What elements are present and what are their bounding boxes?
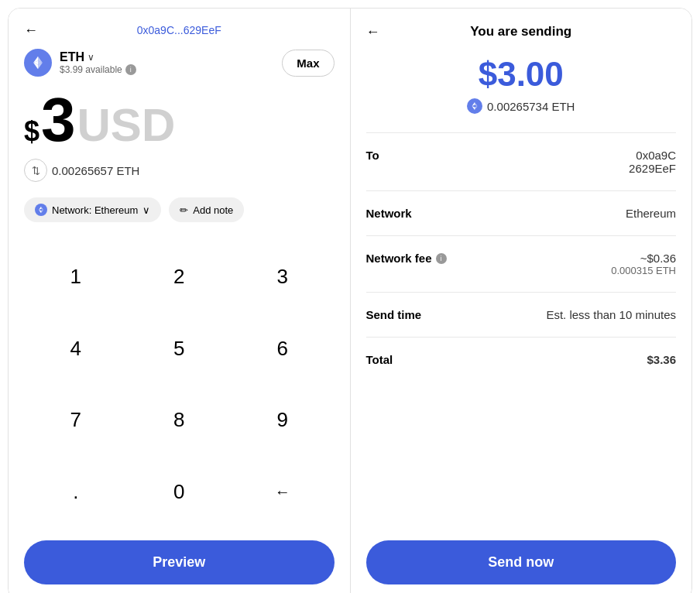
divider5 bbox=[366, 337, 677, 338]
amount-display: $ 3 USD bbox=[24, 89, 335, 151]
network-row: Network Ethereum bbox=[366, 207, 677, 220]
key-3[interactable]: 3 bbox=[231, 241, 335, 313]
fee-row: Network fee i ~$0.36 0.000315 ETH bbox=[366, 252, 677, 276]
svg-marker-12 bbox=[472, 106, 475, 110]
to-label: To bbox=[366, 149, 379, 162]
dollar-sign: $ bbox=[24, 115, 39, 148]
preview-button[interactable]: Preview bbox=[24, 540, 335, 584]
key-2[interactable]: 2 bbox=[128, 241, 232, 313]
send-now-button[interactable]: Send now bbox=[366, 540, 677, 584]
divider4 bbox=[366, 292, 677, 293]
eth-logo-small-icon bbox=[467, 98, 482, 114]
divider2 bbox=[366, 190, 677, 191]
detail-section: To 0x0a9C 2629EeF Network Ethereum Netwo… bbox=[366, 149, 677, 540]
send-amount-panel: ← 0x0a9C...629EeF ETH bbox=[9, 9, 351, 593]
total-row: Total $3.36 bbox=[366, 353, 677, 366]
currency-details: ETH ∨ $3.99 available i bbox=[60, 50, 136, 75]
eth-logo-icon bbox=[24, 49, 52, 77]
network-eth-icon bbox=[35, 204, 47, 216]
divider3 bbox=[366, 235, 677, 236]
send-confirmation-panel: ← You are sending $3.00 0.00265734 ETH T… bbox=[351, 9, 692, 593]
send-time-label: Send time bbox=[366, 308, 422, 321]
svg-marker-9 bbox=[41, 210, 43, 213]
key-1[interactable]: 1 bbox=[24, 241, 128, 313]
currency-selector[interactable]: ETH ∨ bbox=[60, 50, 136, 64]
svg-marker-8 bbox=[39, 210, 41, 213]
panel2-back-button[interactable]: ← bbox=[366, 24, 380, 40]
panel1-back-button[interactable]: ← bbox=[24, 22, 38, 39]
panel1-header: ← 0x0a9C...629EeF bbox=[24, 24, 335, 36]
divider bbox=[366, 132, 677, 133]
panel2-title: You are sending bbox=[470, 24, 571, 39]
recipient-address[interactable]: 0x0a9C...629EeF bbox=[137, 24, 221, 36]
key-7[interactable]: 7 bbox=[24, 385, 128, 457]
total-label: Total bbox=[366, 353, 393, 366]
options-row: Network: Ethereum ∨ ✏ Add note bbox=[24, 197, 335, 222]
svg-marker-11 bbox=[475, 102, 478, 106]
sending-amount-usd: $3.00 bbox=[366, 55, 677, 94]
svg-marker-6 bbox=[39, 207, 41, 210]
to-address-line1: 0x0a9C bbox=[629, 149, 676, 162]
key-backspace[interactable]: ← bbox=[231, 456, 335, 528]
panel2-header: ← You are sending bbox=[366, 24, 677, 39]
currency-info: ETH ∨ $3.99 available i bbox=[24, 49, 136, 77]
amount-number: 3 bbox=[41, 89, 76, 151]
fee-label-row: Network fee i bbox=[366, 252, 447, 265]
currency-chevron-icon: ∨ bbox=[88, 52, 94, 63]
to-row: To 0x0a9C 2629EeF bbox=[366, 149, 677, 175]
network-row-value: Ethereum bbox=[626, 207, 676, 220]
key-8[interactable]: 8 bbox=[128, 385, 232, 457]
add-note-label: Add note bbox=[193, 204, 233, 216]
fee-secondary: 0.000315 ETH bbox=[611, 265, 676, 276]
key-decimal[interactable]: . bbox=[24, 456, 128, 528]
to-address: 0x0a9C 2629EeF bbox=[629, 149, 676, 175]
svg-marker-10 bbox=[472, 102, 475, 106]
network-row-label: Network bbox=[366, 207, 412, 220]
to-address-line2: 2629EeF bbox=[629, 162, 676, 175]
svg-marker-7 bbox=[41, 207, 43, 210]
app-container: ← 0x0a9C...629EeF ETH bbox=[8, 8, 692, 593]
network-label: Network: Ethereum bbox=[52, 204, 138, 216]
key-0[interactable]: 0 bbox=[128, 456, 232, 528]
currency-symbol: ETH bbox=[60, 50, 84, 64]
key-6[interactable]: 6 bbox=[231, 313, 335, 385]
available-balance: $3.99 available i bbox=[60, 64, 136, 75]
eth-amount-text: 0.00265734 ETH bbox=[487, 100, 575, 113]
currency-row: ETH ∨ $3.99 available i Max bbox=[24, 49, 335, 77]
key-9[interactable]: 9 bbox=[231, 385, 335, 457]
fee-info-icon[interactable]: i bbox=[436, 253, 447, 264]
total-value: $3.36 bbox=[647, 353, 676, 366]
send-time-row: Send time Est. less than 10 minutes bbox=[366, 308, 677, 321]
key-4[interactable]: 4 bbox=[24, 313, 128, 385]
sending-amount-eth: 0.00265734 ETH bbox=[366, 98, 677, 114]
fee-label: Network fee bbox=[366, 252, 432, 265]
key-5[interactable]: 5 bbox=[128, 313, 232, 385]
info-icon[interactable]: i bbox=[125, 64, 136, 75]
keypad: 1 2 3 4 5 6 7 8 9 . 0 ← bbox=[24, 241, 335, 528]
eth-equivalent: ⇅ 0.00265657 ETH bbox=[24, 159, 335, 182]
fee-values: ~$0.36 0.000315 ETH bbox=[611, 252, 676, 276]
pencil-icon: ✏ bbox=[180, 204, 188, 216]
eth-equivalent-text: 0.00265657 ETH bbox=[52, 164, 139, 177]
max-button[interactable]: Max bbox=[282, 50, 334, 77]
swap-icon[interactable]: ⇅ bbox=[24, 159, 47, 182]
fee-primary: ~$0.36 bbox=[611, 252, 676, 265]
usd-label: USD bbox=[77, 102, 176, 149]
svg-marker-13 bbox=[475, 106, 478, 110]
add-note-button[interactable]: ✏ Add note bbox=[169, 197, 244, 222]
send-time-value: Est. less than 10 minutes bbox=[546, 308, 676, 321]
network-chevron-icon: ∨ bbox=[142, 204, 150, 216]
network-selector-button[interactable]: Network: Ethereum ∨ bbox=[24, 197, 161, 222]
